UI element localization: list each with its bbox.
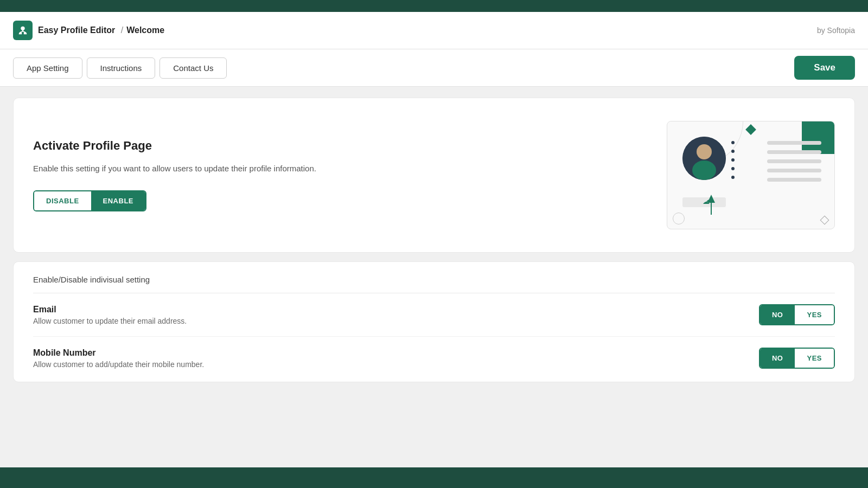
instructions-button[interactable]: Instructions: [87, 57, 156, 79]
nav-bar: App Setting Instructions Contact Us Save: [0, 49, 868, 87]
logo-icon: [13, 21, 33, 40]
settings-section-title: Enable/Disable indivisual setting: [33, 275, 835, 293]
illus-dot-5: [731, 176, 735, 179]
mobile-toggle-group: NO YES: [759, 348, 835, 369]
illus-dot-1: [731, 141, 735, 144]
activate-card: Activate Profile Page Enable this settin…: [13, 98, 855, 253]
illus-line-3: [767, 159, 821, 163]
top-bar: [0, 0, 868, 12]
illus-line-5: [767, 178, 821, 182]
illus-lines: [767, 141, 821, 182]
illus-line-4: [767, 169, 821, 172]
mobile-setting-info: Mobile Number Allow customer to add/upda…: [33, 348, 204, 369]
illus-line-1: [767, 141, 821, 145]
email-yes-button[interactable]: YES: [795, 305, 834, 324]
svg-marker-2: [21, 30, 24, 32]
contact-us-button[interactable]: Contact Us: [159, 57, 227, 79]
mobile-setting-row: Mobile Number Allow customer to add/upda…: [33, 337, 835, 382]
app-setting-button[interactable]: App Setting: [13, 57, 82, 79]
mobile-setting-desc: Allow customer to add/update their mobil…: [33, 360, 204, 369]
email-setting-desc: Allow customer to update their email add…: [33, 317, 187, 325]
mobile-yes-button[interactable]: YES: [795, 349, 834, 368]
nav-left: App Setting Instructions Contact Us: [13, 57, 227, 79]
activate-left: Activate Profile Page Enable this settin…: [33, 139, 629, 211]
illus-card: [667, 121, 835, 229]
illus-circle-bottom: [673, 213, 685, 224]
main-content: Activate Profile Page Enable this settin…: [0, 87, 868, 467]
email-setting-info: Email Allow customer to update their ema…: [33, 305, 187, 325]
illus-diamond-bottom: [820, 216, 829, 225]
illus-avatar: [682, 137, 726, 180]
illus-diamond-top: [745, 124, 756, 135]
illus-plant-icon: [698, 192, 725, 219]
svg-point-4: [697, 144, 712, 159]
illus-line-2: [767, 150, 821, 154]
activate-desc: Enable this setting if you want to allow…: [33, 163, 629, 175]
settings-card: Enable/Disable indivisual setting Email …: [13, 261, 855, 382]
mobile-no-button[interactable]: NO: [760, 349, 795, 368]
email-toggle-group: NO YES: [759, 304, 835, 325]
email-no-button[interactable]: NO: [760, 305, 795, 324]
header-title: Easy Profile Editor /Welcome: [38, 25, 164, 35]
mobile-setting-name: Mobile Number: [33, 348, 204, 358]
header: Easy Profile Editor /Welcome by Softopia: [0, 12, 868, 49]
save-button[interactable]: Save: [794, 56, 855, 80]
activate-title: Activate Profile Page: [33, 139, 629, 153]
illus-dot-4: [731, 167, 735, 170]
header-brand: by Softopia: [817, 26, 855, 35]
svg-point-6: [697, 163, 712, 176]
activate-toggle-group: DISABLE ENABLE: [33, 190, 146, 211]
illus-dots: [731, 141, 735, 179]
header-left: Easy Profile Editor /Welcome: [13, 21, 164, 40]
enable-button[interactable]: ENABLE: [91, 191, 145, 210]
email-setting-row: Email Allow customer to update their ema…: [33, 293, 835, 337]
email-setting-name: Email: [33, 305, 187, 314]
bottom-bar: [0, 467, 868, 488]
svg-point-0: [21, 27, 24, 30]
disable-button[interactable]: DISABLE: [34, 191, 91, 210]
illus-dot-2: [731, 150, 735, 153]
profile-illustration: [629, 115, 835, 235]
illus-dot-3: [731, 158, 735, 162]
